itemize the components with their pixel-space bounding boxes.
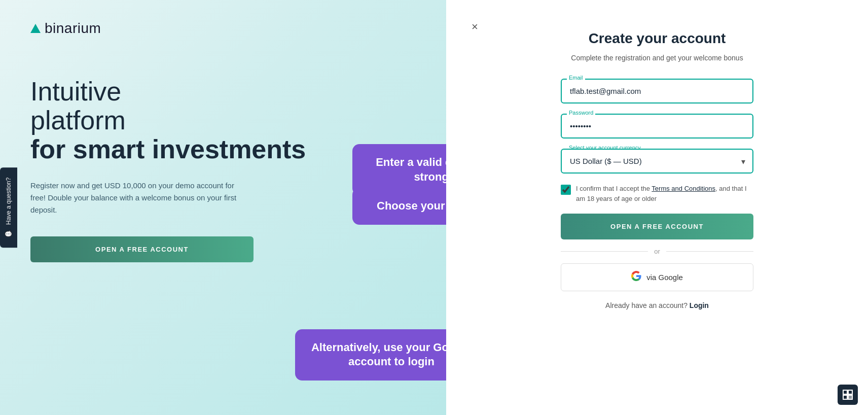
google-login-button[interactable]: via Google xyxy=(561,263,753,291)
terms-row: I confirm that I accept the Terms and Co… xyxy=(561,184,753,203)
or-divider: or xyxy=(561,248,753,255)
google-button-label: via Google xyxy=(646,273,683,282)
hero-line1: Intuitive xyxy=(30,77,416,106)
terms-checkbox[interactable] xyxy=(561,185,571,195)
divider-line-right xyxy=(666,251,753,252)
login-link[interactable]: Login xyxy=(690,301,709,309)
or-text: or xyxy=(654,248,660,255)
open-account-button[interactable]: OPEN A FREE ACCOUNT xyxy=(561,214,753,239)
hero-subtext: Register now and get USD 10,000 on your … xyxy=(30,180,243,216)
close-button[interactable]: × xyxy=(472,20,478,33)
currency-select-wrapper: US Dollar ($ — USD) Euro (€ — EUR) Briti… xyxy=(561,149,753,174)
currency-field-group: Select your account currency US Dollar (… xyxy=(561,149,753,174)
password-label: Password xyxy=(567,110,595,116)
terms-link[interactable]: Terms and Conditions xyxy=(652,185,715,192)
form-title: Create your account xyxy=(589,30,726,47)
password-field-group: Password xyxy=(561,114,753,139)
login-prompt-text: Already have an account? xyxy=(605,301,688,309)
chat-icon: 💬 xyxy=(5,230,12,237)
hero-line2: platform xyxy=(30,106,416,135)
terms-text: I confirm that I accept the Terms and Co… xyxy=(576,184,753,203)
divider-line-left xyxy=(561,251,648,252)
email-field-group: Email xyxy=(561,79,753,103)
logo: binarium xyxy=(30,20,416,37)
form-subtitle: Complete the registration and get your w… xyxy=(571,53,743,63)
google-icon xyxy=(631,271,641,284)
open-account-button-left[interactable]: OPEN A FREE ACCOUNT xyxy=(30,236,254,262)
bottom-right-logo-icon xyxy=(838,385,858,405)
registration-form: Email Password Select your account curre… xyxy=(561,79,753,309)
svg-rect-1 xyxy=(849,396,852,399)
logo-triangle-icon xyxy=(30,24,41,33)
right-panel: × Create your account Complete the regis… xyxy=(446,0,868,415)
email-input[interactable] xyxy=(561,79,753,103)
email-label: Email xyxy=(567,75,585,81)
logo-text: binarium xyxy=(45,20,101,37)
left-panel: binarium Intuitive platform for smart in… xyxy=(0,0,446,415)
side-tab-label: Have a question? xyxy=(5,178,12,225)
currency-select[interactable]: US Dollar ($ — USD) Euro (€ — EUR) Briti… xyxy=(561,149,753,174)
side-question-tab[interactable]: 💬 Have a question? xyxy=(0,167,17,248)
login-row: Already have an account? Login xyxy=(561,301,753,309)
password-input[interactable] xyxy=(561,114,753,139)
